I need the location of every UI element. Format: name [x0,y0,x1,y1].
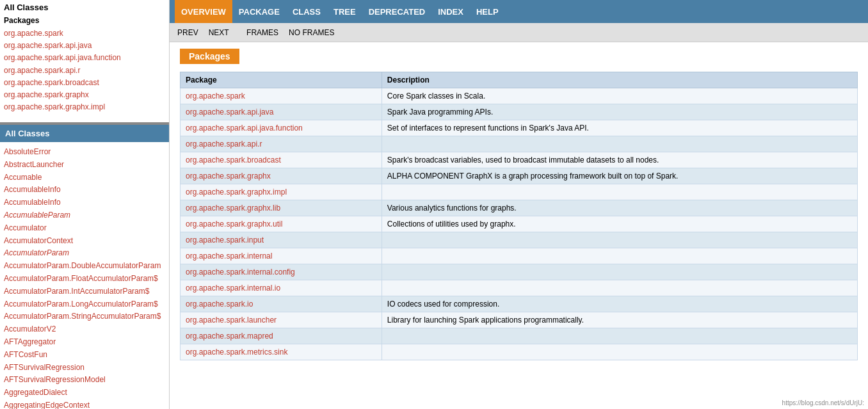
next-link[interactable]: NEXT [206,27,232,38]
package-link[interactable]: org.apache.spark.api.r [4,65,165,77]
package-description [382,232,857,248]
class-link[interactable]: AccumulableInfo [4,196,165,209]
class-link[interactable]: AccumulatorParam.StringAccumulatorParam$ [4,310,165,323]
package-table-link[interactable]: org.apache.spark.graphx.impl [186,188,287,196]
watermark: https://blog.csdn.net/s/dUrjU: [782,399,864,406]
package-description [382,264,857,280]
package-link[interactable]: org.apache.spark [4,28,165,40]
class-link[interactable]: AccumulatorParam.FloatAccumulatorParam$ [4,273,165,285]
all-classes-title: All Classes [4,3,165,12]
package-description: Library for launching Spark applications… [382,312,857,328]
package-description [382,280,857,296]
package-table-link[interactable]: org.apache.spark.graphx [186,172,271,180]
no-frames-link[interactable]: NO FRAMES [286,27,337,38]
table-row: org.apache.sparkCore Spark classes in Sc… [181,88,858,104]
nav-item-class[interactable]: CLASS [286,0,327,23]
packages-table: Package Description org.apache.sparkCore… [180,72,858,360]
table-row: org.apache.spark.graphxALPHA COMPONENT G… [181,168,858,184]
classes-list-pane: All Classes AbsoluteErrorAbstractLaunche… [0,125,169,409]
class-links: AbsoluteErrorAbstractLauncherAccumableAc… [0,145,169,409]
subnav-sep [237,28,239,37]
package-table-link[interactable]: org.apache.spark.internal [186,252,272,261]
class-link[interactable]: AccumulatorParam [4,247,165,260]
nav-item-overview[interactable]: OVERVIEW [175,0,232,23]
class-link[interactable]: AccumulatorParam.LongAccumulatorParam$ [4,298,165,311]
class-link[interactable]: AccumulatorContext [4,235,165,248]
package-description: Spark Java programming APIs. [382,104,857,120]
left-panel: All Classes Packages org.apache.sparkorg… [0,0,170,409]
package-description: Core Spark classes in Scala. [382,88,857,104]
package-table-link[interactable]: org.apache.spark.broadcast [186,156,281,164]
package-table-link[interactable]: org.apache.spark.api.java.function [186,124,303,132]
class-link[interactable]: AFTSurvivalRegression [4,362,165,374]
table-row: org.apache.spark.api.javaSpark Java prog… [181,104,858,120]
package-table-link[interactable]: org.apache.spark.internal.io [186,284,280,293]
nav-items: OVERVIEWPACKAGECLASSTREEDEPRECATEDINDEXH… [175,0,505,23]
package-links: org.apache.sparkorg.apache.spark.api.jav… [4,28,165,113]
package-table-link[interactable]: org.apache.spark [186,92,245,100]
nav-item-deprecated[interactable]: DEPRECATED [362,0,432,23]
packages-badge: Packages [180,49,239,64]
class-link[interactable]: AbstractLauncher [4,159,165,172]
package-link[interactable]: org.apache.spark.graphx [4,89,165,101]
right-panel: OVERVIEWPACKAGECLASSTREEDEPRECATEDINDEXH… [170,0,868,409]
package-link[interactable]: org.apache.spark.api.java.function [4,52,165,64]
class-link[interactable]: AFTSurvivalRegressionModel [4,374,165,387]
package-description [382,184,857,200]
package-description [382,248,857,264]
package-description: Spark's broadcast variables, used to bro… [382,152,857,168]
class-link[interactable]: AFTCostFun [4,349,165,362]
all-classes-header: All Classes [0,125,169,142]
class-link[interactable]: AggregatedDialect [4,387,165,399]
prev-link[interactable]: PREV [175,27,201,38]
package-table-link[interactable]: org.apache.spark.metrics.sink [186,348,287,357]
class-link[interactable]: AccumulableInfo [4,184,165,196]
package-table-link[interactable]: org.apache.spark.api.r [186,140,262,148]
package-table-link[interactable]: org.apache.spark.launcher [186,316,277,325]
package-description: IO codecs used for compression. [382,296,857,312]
table-header-row: Package Description [181,72,858,88]
class-link[interactable]: AbsoluteError [4,146,165,159]
package-description: Collections of utilities used by graphx. [382,216,857,232]
package-table-link[interactable]: org.apache.spark.io [186,300,253,309]
class-link[interactable]: AccumulableParam [4,209,165,222]
class-link[interactable]: AggregatingEdgeContext [4,399,165,409]
package-table-link[interactable]: org.apache.spark.graphx.util [186,220,282,229]
nav-item-package[interactable]: PACKAGE [232,0,286,23]
package-table-link[interactable]: org.apache.spark.graphx.lib [186,204,280,213]
table-row: org.apache.spark.api.java.functionSet of… [181,120,858,136]
package-link[interactable]: org.apache.spark.api.java [4,40,165,52]
packages-list-pane: All Classes Packages org.apache.sparkorg… [0,0,169,125]
package-description [382,328,857,344]
sub-nav: PREV NEXT FRAMES NO FRAMES [170,23,868,42]
class-link[interactable]: AccumulatorParam.DoubleAccumulatorParam [4,260,165,273]
package-table-link[interactable]: org.apache.spark.internal.config [186,268,295,277]
frames-link[interactable]: FRAMES [244,27,281,38]
nav-item-tree[interactable]: TREE [327,0,362,23]
col-description-header: Description [382,72,857,88]
package-table-link[interactable]: org.apache.spark.input [186,236,264,245]
class-link[interactable]: Accumable [4,172,165,184]
col-package-header: Package [181,72,382,88]
main-content: Packages Package Description org.apache.… [170,42,868,409]
table-row: org.apache.spark.internal.config [181,264,858,280]
table-row: org.apache.spark.input [181,232,858,248]
nav-item-help[interactable]: HELP [470,0,505,23]
nav-item-index[interactable]: INDEX [431,0,470,23]
package-description [382,136,857,152]
package-description: Various analytics functions for graphs. [382,200,857,216]
class-link[interactable]: AccumulatorV2 [4,323,165,336]
class-link[interactable]: AccumulatorParam.IntAccumulatorParam$ [4,285,165,298]
table-row: org.apache.spark.launcherLibrary for lau… [181,312,858,328]
package-link[interactable]: org.apache.spark.broadcast [4,77,165,89]
table-row: org.apache.spark.broadcastSpark's broadc… [181,152,858,168]
package-table-link[interactable]: org.apache.spark.mapred [186,332,273,341]
package-table-link[interactable]: org.apache.spark.api.java [186,108,273,116]
packages-tbody: org.apache.sparkCore Spark classes in Sc… [181,88,858,360]
class-link[interactable]: AFTAggregator [4,336,165,349]
package-link[interactable]: org.apache.spark.graphx.impl [4,101,165,113]
class-link[interactable]: Accumulator [4,222,165,235]
package-description: ALPHA COMPONENT GraphX is a graph proces… [382,168,857,184]
table-row: org.apache.spark.api.r [181,136,858,152]
package-description: Set of interfaces to represent functions… [382,120,857,136]
